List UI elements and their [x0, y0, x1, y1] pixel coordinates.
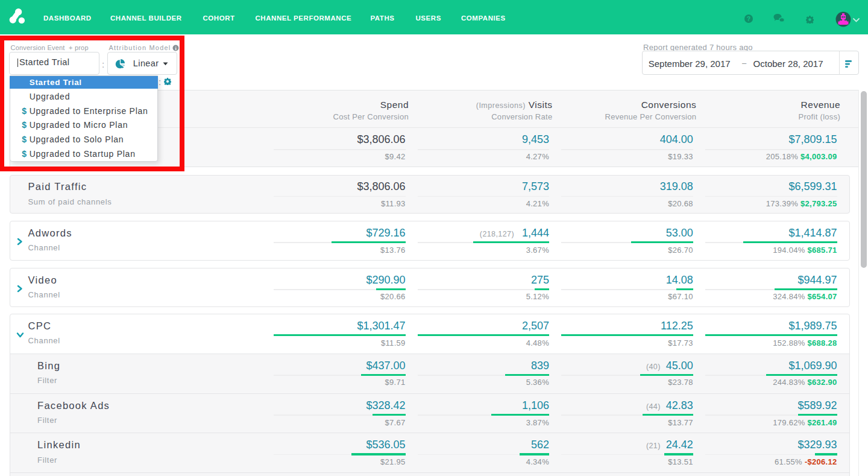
svg-text:?: ?: [747, 15, 750, 22]
